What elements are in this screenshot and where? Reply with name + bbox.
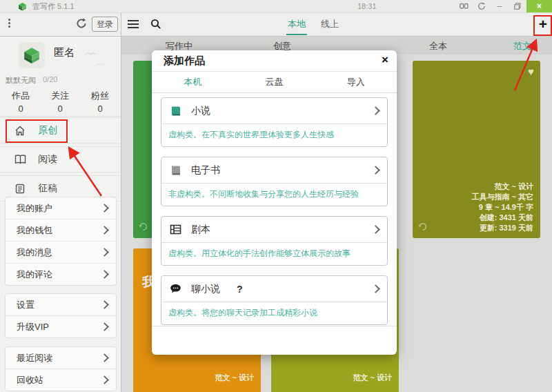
card-meta: 范文 ~ 设计 xyxy=(353,373,392,383)
boss-key-icon[interactable] xyxy=(455,0,473,12)
refresh-icon[interactable] xyxy=(76,18,87,32)
chevron-right-icon xyxy=(371,284,380,293)
work-type-label: 电子书 xyxy=(191,164,220,177)
stat-label: 粉丝 xyxy=(82,90,118,102)
sidebar-item-recycle-bin[interactable]: 回收站 xyxy=(6,369,116,391)
sidebar-divider xyxy=(121,12,121,392)
modal-tab-import[interactable]: 导入 xyxy=(315,72,397,92)
toolbar: 登录 本地 线上 + xyxy=(0,12,552,37)
sidebar-item-my-comments[interactable]: 我的评论 xyxy=(6,263,116,285)
document-icon xyxy=(14,184,26,194)
chevron-right-icon xyxy=(100,375,109,384)
add-work-modal: 添加作品 × 本机 云盘 导入 小说 虚构类。在不真实的世界里体验更多人生快感 … xyxy=(152,50,397,355)
stat-works[interactable]: 作品 0 xyxy=(3,90,39,114)
chat-bubble-icon xyxy=(170,284,181,294)
app-logo-icon xyxy=(18,2,27,11)
chevron-right-icon xyxy=(100,204,109,213)
tab-online[interactable]: 线上 xyxy=(319,16,340,35)
card-meta-line: 更新: 3319 天前 xyxy=(471,223,533,233)
work-type-novel[interactable]: 小说 虚构类。在不真实的世界里体验更多人生快感 xyxy=(161,97,388,147)
sidebar-item-label: 征稿 xyxy=(38,182,57,195)
modal-footer xyxy=(152,326,397,355)
sidebar-item-my-messages[interactable]: 我的消息 xyxy=(6,241,116,263)
home-icon xyxy=(14,126,26,136)
main-tab-bar: 本地 线上 xyxy=(286,16,340,35)
open-book-icon xyxy=(14,155,26,164)
minimize-icon[interactable]: – xyxy=(491,0,509,12)
work-type-desc: 虚构类。在不真实的世界里体验更多人生快感 xyxy=(161,124,387,146)
chevron-right-icon xyxy=(100,226,109,235)
favorite-heart-icon[interactable]: ♥ xyxy=(528,66,534,77)
subtab-full[interactable]: 全本 xyxy=(429,40,447,52)
card-meta-line: 范文 ~ 设计 xyxy=(471,182,533,192)
chevron-right-icon xyxy=(100,300,109,309)
modal-tab-local[interactable]: 本机 xyxy=(152,72,233,92)
card-meta-line: 范文 ~ 设计 xyxy=(215,373,254,383)
stat-following[interactable]: 关注 0 xyxy=(42,90,78,114)
item-label: 升级VIP xyxy=(17,321,49,333)
card-meta-line: 范文 ~ 设计 xyxy=(353,373,392,383)
item-label: 我的评论 xyxy=(17,268,52,281)
work-type-script[interactable]: 剧本 虚构类。用立体化的手法创作能够立体展示的故事 xyxy=(161,216,388,266)
sidebar-group-account: 我的账户 我的钱包 我的消息 我的评论 xyxy=(5,197,117,286)
sidebar-item-upgrade-vip[interactable]: 升级VIP xyxy=(6,315,116,337)
script-film-icon xyxy=(170,224,181,235)
modal-body: 小说 虚构类。在不真实的世界里体验更多人生快感 电子书 非虚构类。不间断地收集与… xyxy=(152,93,397,325)
login-button[interactable]: 登录 xyxy=(92,17,118,32)
avatar[interactable] xyxy=(19,42,45,68)
sync-icon[interactable] xyxy=(473,0,491,12)
stat-fans[interactable]: 粉丝 0 xyxy=(82,90,118,114)
bird-watermark xyxy=(95,62,105,67)
work-type-chat-novel[interactable]: 聊小说 ? 虚构类。将您的聊天记录加工成精彩小说 xyxy=(161,275,388,325)
stat-value: 0 xyxy=(42,104,78,114)
stat-label: 关注 xyxy=(42,90,78,102)
sidebar-group-settings: 设置 升级VIP xyxy=(5,293,117,338)
novel-book-icon xyxy=(170,106,181,117)
chevron-right-icon xyxy=(100,248,109,257)
card-meta: 范文 ~ 设计 工具与指南 ~ 其它 9 章 ~ 14.9千 字 创建: 343… xyxy=(471,182,533,233)
edit-pencil-icon[interactable] xyxy=(530,41,538,53)
modal-header: 添加作品 × xyxy=(152,50,397,72)
subtab-samples[interactable]: 范文 xyxy=(513,40,531,52)
sidebar-item-original[interactable]: 原创 xyxy=(0,117,121,144)
work-card-featured[interactable]: ♥ 范文 ~ 设计 工具与指南 ~ 其它 9 章 ~ 14.9千 字 创建: 3… xyxy=(413,61,540,238)
sidebar-item-my-wallet[interactable]: 我的钱包 xyxy=(6,219,116,241)
kebab-menu-icon[interactable] xyxy=(8,19,10,28)
item-label: 最近阅读 xyxy=(17,352,52,364)
help-icon[interactable]: ? xyxy=(237,284,243,295)
add-work-button[interactable]: + xyxy=(534,15,552,33)
work-type-ebook[interactable]: 电子书 非虚构类。不间断地收集与分享您的人生经历与经验 xyxy=(161,157,388,206)
tab-local[interactable]: 本地 xyxy=(286,16,307,35)
work-type-desc: 虚构类。用立体化的手法创作能够立体展示的故事 xyxy=(161,242,387,265)
work-type-desc: 非虚构类。不间断地收集与分享您的人生经历与经验 xyxy=(161,183,387,206)
sidebar: 匿名 默默无闻 0/20 作品 0 关注 0 粉丝 0 原创 xyxy=(0,36,121,392)
history-icon[interactable] xyxy=(139,222,148,234)
item-label: 我的钱包 xyxy=(17,224,52,237)
sidebar-item-label: 阅读 xyxy=(38,153,57,166)
level-label: 默默无闻 xyxy=(6,75,36,86)
chevron-right-icon xyxy=(100,353,109,362)
sidebar-item-reading[interactable]: 阅读 xyxy=(0,146,121,173)
sidebar-item-label: 原创 xyxy=(38,124,57,137)
item-label: 设置 xyxy=(17,299,34,311)
hamburger-menu-icon[interactable] xyxy=(128,20,139,28)
card-meta: 范文 ~ 设计 xyxy=(215,373,254,383)
ebook-icon xyxy=(170,165,181,176)
stat-value: 0 xyxy=(82,104,118,114)
chevron-right-icon xyxy=(371,166,380,175)
restore-icon[interactable] xyxy=(509,0,526,12)
sidebar-item-recent-reading[interactable]: 最近阅读 xyxy=(6,347,116,369)
card-meta-line: 工具与指南 ~ 其它 xyxy=(471,192,533,202)
sidebar-item-my-account[interactable]: 我的账户 xyxy=(6,197,116,219)
close-window-button[interactable]: × xyxy=(526,0,552,12)
history-icon[interactable] xyxy=(418,222,427,234)
username: 匿名 xyxy=(54,46,75,59)
chevron-right-icon xyxy=(371,106,380,115)
search-icon[interactable] xyxy=(150,19,161,32)
modal-close-icon[interactable]: × xyxy=(382,53,388,67)
modal-tab-cloud[interactable]: 云盘 xyxy=(233,72,315,92)
level-progress: 0/20 xyxy=(43,75,57,84)
work-type-desc: 虚构类。将您的聊天记录加工成精彩小说 xyxy=(161,302,387,324)
sidebar-item-settings[interactable]: 设置 xyxy=(6,294,116,315)
sidebar-group-recent: 最近阅读 回收站 xyxy=(5,346,117,391)
